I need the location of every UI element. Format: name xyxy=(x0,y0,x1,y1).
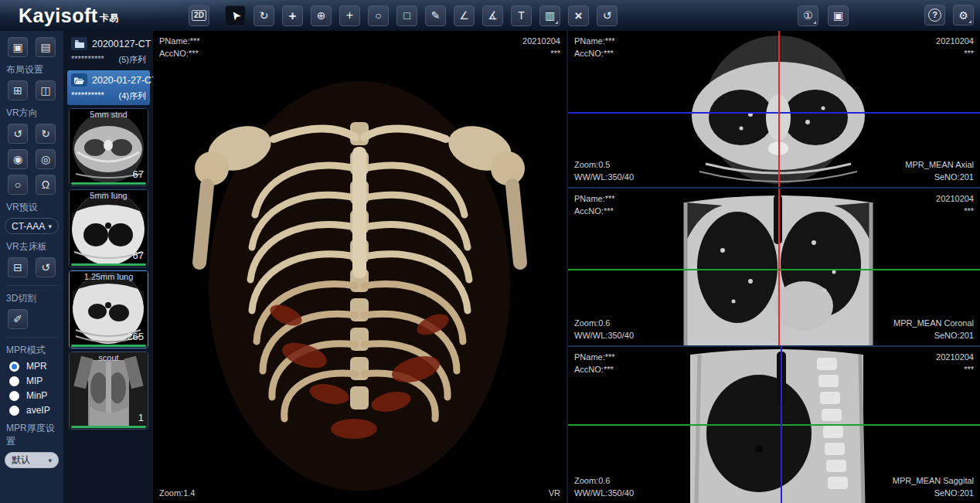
series-item-1[interactable]: 20200127-CT ********** (5)序列 xyxy=(67,34,150,69)
tool-zoom-in[interactable]: ⊕ xyxy=(311,5,332,26)
mpr-mode-label: MPR模式 xyxy=(6,344,63,357)
mpr-mode-option-minp[interactable]: MinP xyxy=(9,390,63,401)
vr-head-bottom-icon: Ω xyxy=(42,178,49,191)
vr-view-back-button[interactable]: ◎ xyxy=(36,149,56,169)
ellipse-icon: ○ xyxy=(375,10,381,21)
axial-viewport[interactable]: PName:*** AccNO:*** 20210204 *** Zoom:0.… xyxy=(568,31,980,187)
logo-text: Kayisoft xyxy=(19,5,98,26)
tool-save[interactable]: ▣ xyxy=(828,5,849,26)
folder-icon xyxy=(71,37,87,50)
tool-rectangle[interactable]: □ xyxy=(396,5,417,26)
thumbnail-5mm-lung[interactable]: 5mm lung 67 xyxy=(69,189,148,267)
radio-selected-icon xyxy=(9,362,19,372)
logo-text-cn: 卡易 xyxy=(100,12,119,23)
radio-icon xyxy=(9,391,19,401)
tool-angle[interactable]: ∠ xyxy=(454,5,475,26)
thumbnail-1-25mm-lung[interactable]: 1.25mm lung 265 xyxy=(69,270,148,348)
coronal-crosshair-horizontal[interactable] xyxy=(568,269,980,270)
axial-crosshair-vertical[interactable] xyxy=(778,31,780,187)
save-icon: ▣ xyxy=(833,10,843,21)
tool-reset[interactable]: ↺ xyxy=(597,5,618,26)
report-icon: ① xyxy=(803,10,813,21)
mpr-column: PName:*** AccNO:*** 20210204 *** Zoom:0.… xyxy=(568,31,980,503)
rectangle-icon: □ xyxy=(403,10,410,21)
tool-delete[interactable]: × xyxy=(568,5,589,26)
layout-report-icon: ▤ xyxy=(40,41,50,53)
tool-rotate-3d[interactable]: ↻ xyxy=(254,5,274,26)
remove-bed-icon: ⊟ xyxy=(13,261,22,274)
mpr-mode-option-mip[interactable]: MIP xyxy=(9,376,63,386)
series-item-2[interactable]: 2020-01-27-CT ********** (4)序列 xyxy=(67,70,150,105)
text-annotation-icon: T xyxy=(518,10,525,21)
tool-report[interactable]: ① xyxy=(798,5,818,26)
mpr-mode-option-aveip[interactable]: aveIP xyxy=(9,405,63,416)
thumbnail-5mm-stnd[interactable]: 5mm stnd 67 xyxy=(69,108,148,186)
series-count: (4)序列 xyxy=(119,90,146,102)
axial-crosshair-horizontal[interactable] xyxy=(568,112,980,114)
tool-cobb-angle[interactable]: ∡ xyxy=(482,5,503,26)
thumbnail-label: scout xyxy=(70,353,148,362)
mpr-mode-option-mpr[interactable]: MPR xyxy=(9,361,63,372)
vr-viewport[interactable]: PName:*** AccNO:*** 20210204 *** Zoom:1.… xyxy=(153,31,567,503)
vr-preset-label: VR预设 xyxy=(6,201,63,214)
tool-view-2d[interactable]: 2D xyxy=(189,5,209,26)
vr-head-bottom-button[interactable]: Ω xyxy=(36,175,56,195)
thumbnail-image-count: 67 xyxy=(133,250,144,261)
vr-rotate-left-button[interactable]: ↺ xyxy=(8,124,28,144)
thumbnail-progress-bar xyxy=(71,426,146,428)
tool-help[interactable]: ? xyxy=(924,5,945,25)
vr-rotate-right-button[interactable]: ↻ xyxy=(36,124,56,144)
mpr-mode-option-label: MIP xyxy=(26,376,43,386)
vr-preset-select[interactable]: CT-AAA ▾ xyxy=(5,218,59,234)
vr-head-top-icon: ○ xyxy=(15,178,21,191)
scalpel-button[interactable]: ✐ xyxy=(8,309,28,329)
tool-measure-line[interactable]: ✎ xyxy=(425,5,446,26)
mpr-thickness-select[interactable]: 默认 ▾ xyxy=(5,452,59,468)
thumbnail-label: 1.25mm lung xyxy=(70,272,148,281)
tool-pan[interactable]: + xyxy=(282,5,303,26)
tool-pointer[interactable]: ➤ xyxy=(225,5,246,26)
reset-icon: ↺ xyxy=(603,10,612,21)
tool-ellipse[interactable]: ○ xyxy=(368,5,389,26)
bed-reset-button[interactable]: ↺ xyxy=(36,257,56,277)
series-count: (5)序列 xyxy=(119,54,146,66)
thumbnail-progress-bar xyxy=(71,182,146,185)
coronal-viewport[interactable]: PName:*** AccNO:*** 20210204 *** Zoom:0.… xyxy=(568,189,980,345)
coronal-crosshair-vertical[interactable] xyxy=(778,189,780,345)
sagittal-crosshair-horizontal[interactable] xyxy=(568,424,980,426)
series-masked-id: ********** xyxy=(71,90,104,102)
thumbnail-scout[interactable]: scout 1 xyxy=(69,352,148,430)
vr-view-front-button[interactable]: ◉ xyxy=(8,149,28,169)
thumbnail-image-count: 265 xyxy=(127,331,144,342)
thumbnail-progress-bar xyxy=(71,263,146,266)
layout-single-button[interactable]: ▣ xyxy=(8,37,28,57)
thumbnail-image-count: 67 xyxy=(133,168,144,180)
crosshair-icon: + xyxy=(346,9,353,22)
top-bar: Kayisoft卡易 2D ➤ ↻ + ⊕ + ○ □ ✎ ∠ ∡ T ▥ × … xyxy=(0,0,980,31)
layout-split-button[interactable]: ◫ xyxy=(36,80,56,100)
view-2d-icon: 2D xyxy=(192,10,206,21)
app-logo: Kayisoft卡易 xyxy=(0,5,178,27)
angle-icon: ∠ xyxy=(459,10,469,21)
sidebar-divider xyxy=(6,285,57,286)
sagittal-crosshair-vertical[interactable] xyxy=(781,347,782,503)
vr-head-top-button[interactable]: ○ xyxy=(8,175,28,195)
zoom-in-icon: ⊕ xyxy=(317,10,326,21)
pan-icon: + xyxy=(289,9,297,22)
vr-direction-label: VR方向 xyxy=(6,107,63,120)
thumbnail-image-count: 1 xyxy=(138,412,144,423)
tool-text-annotation[interactable]: T xyxy=(511,5,532,26)
sagittal-viewport[interactable]: PName:*** AccNO:*** 20210204 *** Zoom:0.… xyxy=(568,347,980,503)
tool-crosshair[interactable]: + xyxy=(339,5,360,26)
chevron-down-icon: ▾ xyxy=(48,223,52,230)
vr-view-back-icon: ◎ xyxy=(41,153,50,165)
series-thumbnail-panel: 20200127-CT ********** (5)序列 2020-01-27-… xyxy=(64,31,153,503)
remove-bed-button[interactable]: ⊟ xyxy=(8,257,28,277)
layout-report-button[interactable]: ▤ xyxy=(36,37,56,57)
measure-line-icon: ✎ xyxy=(431,10,441,21)
tool-settings[interactable]: ⚙ xyxy=(953,5,974,25)
main-toolbar: 2D ➤ ↻ + ⊕ + ○ □ ✎ ∠ ∡ T ▥ × ↺ xyxy=(189,5,618,26)
layout-grid-button[interactable]: ⊞ xyxy=(8,80,28,100)
tool-window-level[interactable]: ▥ xyxy=(539,5,560,26)
mpr-thickness-label: MPR厚度设置 xyxy=(6,422,63,448)
